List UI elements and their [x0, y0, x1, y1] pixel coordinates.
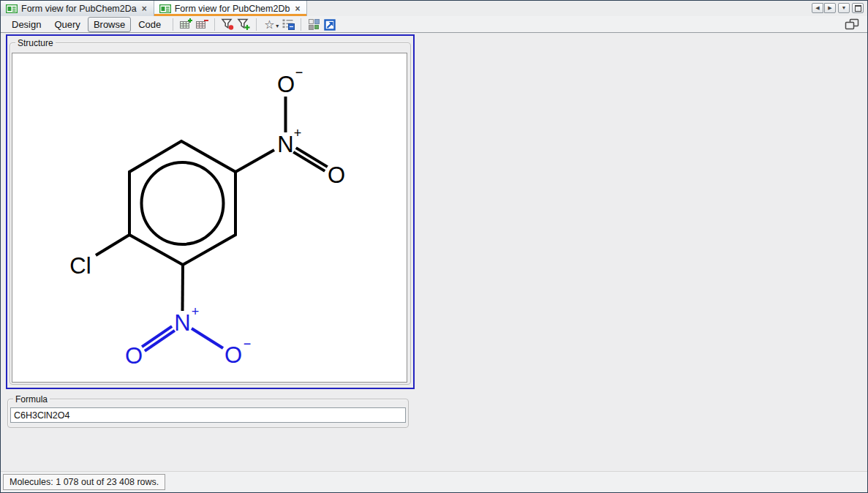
svg-text:O: O: [125, 343, 143, 369]
favorites-star-icon[interactable]: ☆: [262, 18, 276, 31]
formula-input[interactable]: [10, 407, 406, 423]
tab-label: Form view for PubChem2Db: [175, 4, 290, 14]
svg-text:+: +: [192, 304, 200, 319]
tab-controls: ◀ ▶ ▼: [812, 1, 867, 16]
svg-text:N: N: [277, 132, 293, 157]
add-field-icon[interactable]: [178, 18, 193, 31]
maximize-view-button[interactable]: [852, 3, 864, 13]
code-mode-button[interactable]: Code: [132, 17, 167, 32]
detach-window-icon[interactable]: [843, 17, 861, 31]
svg-text:−: −: [244, 336, 252, 351]
tab-list-dropdown-button[interactable]: ▼: [838, 3, 850, 13]
tab-label: Form view for PubChem2Da: [21, 4, 137, 14]
form-layout-icon[interactable]: [306, 18, 321, 31]
tab-close-icon[interactable]: ×: [140, 4, 148, 13]
form-view-icon: [159, 4, 171, 13]
structure-field-label: Structure: [15, 38, 56, 48]
formula-field-label: Formula: [13, 394, 50, 404]
remove-field-icon[interactable]: [195, 18, 209, 31]
svg-text:O: O: [328, 162, 345, 188]
design-mode-button[interactable]: Design: [6, 17, 47, 32]
scroll-tabs-left-button[interactable]: ◀: [812, 3, 823, 13]
status-bar: Molecules: 1 078 out of 23 408 rows.: [1, 471, 867, 492]
tab-close-icon[interactable]: ×: [293, 4, 301, 13]
tab-form-view-pubchem2da[interactable]: Form view for PubChem2Da ×: [1, 1, 154, 16]
form-view-icon: [6, 4, 18, 13]
form-toolbar: Design Query Browse Code: [1, 16, 867, 33]
open-form-window-icon[interactable]: [322, 18, 337, 31]
svg-text:O: O: [277, 72, 295, 97]
structure-drawing-canvas[interactable]: O−N+OClN+OO−: [12, 53, 407, 383]
tab-bar: Form view for PubChem2Da × Form view for…: [1, 1, 867, 17]
favorites-caret-icon[interactable]: ▾: [276, 23, 279, 29]
query-mode-button[interactable]: Query: [48, 17, 86, 32]
form-browse-area: Structure O−N+OClN+OO− Formula: [1, 34, 867, 472]
molecule-drawing: O−N+OClN+OO−: [12, 53, 407, 382]
filter-highlight-icon[interactable]: [220, 18, 235, 31]
form-properties-icon[interactable]: [281, 18, 295, 31]
svg-text:−: −: [295, 65, 303, 80]
svg-text:O: O: [224, 342, 242, 368]
tab-form-view-pubchem2db[interactable]: Form view for PubChem2Db ×: [154, 1, 308, 16]
svg-text:Cl: Cl: [69, 253, 91, 279]
toolbar-separator: [214, 18, 215, 31]
svg-text:N: N: [174, 310, 190, 336]
structure-field-panel-selected[interactable]: Structure O−N+OClN+OO−: [6, 34, 415, 389]
toolbar-separator: [301, 18, 301, 31]
molecule-count-status: Molecules: 1 078 out of 23 408 rows.: [3, 474, 165, 490]
filter-add-icon[interactable]: [236, 18, 251, 31]
maximize-icon: [855, 5, 861, 12]
toolbar-separator: [173, 18, 173, 31]
formula-field-panel: Formula: [7, 392, 409, 428]
svg-text:+: +: [294, 126, 302, 140]
scroll-tabs-right-button[interactable]: ▶: [824, 3, 836, 13]
browse-mode-button[interactable]: Browse: [88, 17, 131, 32]
application-window: Form view for PubChem2Da × Form view for…: [0, 0, 868, 493]
toolbar-separator: [256, 18, 257, 31]
